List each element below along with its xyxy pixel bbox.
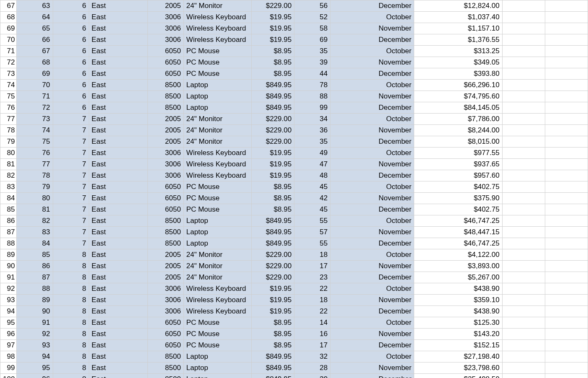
row-header[interactable]: 87 [0,227,17,238]
cell-price[interactable]: $19.95 [252,170,294,181]
cell-total[interactable]: $1,376.55 [414,34,502,46]
table-row[interactable]: 74706East8500Laptop$849.9578October$66,2… [0,80,588,91]
cell-empty[interactable] [545,261,588,272]
table-row[interactable]: 98948East8500Laptop$849.9532October$27,1… [0,351,588,362]
cell-qty[interactable]: 34 [294,114,330,125]
cell-id[interactable]: 83 [17,227,53,238]
cell-month[interactable]: November [330,362,414,374]
cell-month[interactable]: October [330,148,414,159]
cell-total[interactable]: $349.05 [414,57,502,68]
cell-rep[interactable]: 8 [53,362,89,374]
cell-region[interactable]: East [89,148,147,159]
cell-id[interactable]: 71 [17,91,53,102]
cell-empty[interactable] [502,295,545,306]
table-row[interactable]: 68646East3006Wireless Keyboard$19.9552Oc… [0,12,588,23]
cell-region[interactable]: East [89,46,147,57]
cell-empty[interactable] [545,170,588,181]
cell-empty[interactable] [545,272,588,283]
cell-code[interactable]: 6050 [147,68,183,80]
cell-code[interactable]: 8500 [147,102,183,114]
cell-code[interactable]: 3006 [147,170,183,181]
cell-rep[interactable]: 6 [53,102,89,114]
cell-price[interactable]: $229.00 [252,249,294,261]
cell-total[interactable]: $957.60 [414,170,502,181]
cell-empty[interactable] [545,306,588,317]
cell-id[interactable]: 82 [17,215,53,227]
cell-empty[interactable] [502,283,545,295]
cell-empty[interactable] [545,148,588,159]
cell-id[interactable]: 84 [17,238,53,249]
cell-product[interactable]: Laptop [183,91,251,102]
row-header[interactable]: 75 [0,91,17,102]
cell-empty[interactable] [502,114,545,125]
cell-code[interactable]: 3006 [147,295,183,306]
cell-id[interactable]: 87 [17,272,53,283]
cell-empty[interactable] [502,68,545,80]
cell-total[interactable]: $12,824.00 [414,0,502,12]
cell-empty[interactable] [502,102,545,114]
cell-region[interactable]: East [89,181,147,193]
cell-total[interactable]: $46,747.25 [414,238,502,249]
row-header[interactable]: 78 [0,125,17,136]
cell-product[interactable]: PC Mouse [183,329,251,340]
cell-price[interactable]: $19.95 [252,295,294,306]
row-header[interactable]: 72 [0,57,17,68]
cell-region[interactable]: East [89,317,147,329]
cell-code[interactable]: 6050 [147,46,183,57]
cell-product[interactable]: PC Mouse [183,68,251,80]
cell-id[interactable]: 72 [17,102,53,114]
cell-product[interactable]: 24" Monitor [183,0,251,12]
cell-rep[interactable]: 6 [53,46,89,57]
cell-empty[interactable] [545,80,588,91]
cell-code[interactable]: 6050 [147,204,183,215]
row-header[interactable]: 90 [0,261,17,272]
table-row[interactable]: 77737East200524" Monitor$229.0034October… [0,114,588,125]
cell-qty[interactable]: 18 [294,295,330,306]
table-row[interactable]: 90868East200524" Monitor$229.0017Novembe… [0,261,588,272]
row-header[interactable]: 99 [0,362,17,374]
cell-qty[interactable]: 17 [294,261,330,272]
cell-product[interactable]: PC Mouse [183,204,251,215]
cell-id[interactable]: 63 [17,0,53,12]
cell-total[interactable]: $125.30 [414,317,502,329]
cell-month[interactable]: December [330,68,414,80]
cell-qty[interactable]: 23 [294,272,330,283]
cell-region[interactable]: East [89,227,147,238]
cell-rep[interactable]: 8 [53,329,89,340]
cell-code[interactable]: 6050 [147,329,183,340]
cell-total[interactable]: $4,122.00 [414,249,502,261]
cell-rep[interactable]: 8 [53,306,89,317]
row-header[interactable]: 93 [0,295,17,306]
cell-code[interactable]: 3006 [147,23,183,34]
cell-id[interactable]: 85 [17,249,53,261]
cell-month[interactable]: November [330,57,414,68]
cell-empty[interactable] [502,80,545,91]
cell-region[interactable]: East [89,283,147,295]
cell-qty[interactable]: 48 [294,170,330,181]
cell-product[interactable]: PC Mouse [183,46,251,57]
cell-qty[interactable]: 58 [294,23,330,34]
cell-code[interactable]: 2005 [147,136,183,148]
cell-rep[interactable]: 7 [53,159,89,170]
cell-id[interactable]: 65 [17,23,53,34]
cell-qty[interactable]: 56 [294,0,330,12]
cell-price[interactable]: $19.95 [252,148,294,159]
table-row[interactable]: 96928East6050PC Mouse$8.9516November$143… [0,329,588,340]
cell-id[interactable]: 64 [17,12,53,23]
cell-code[interactable]: 3006 [147,34,183,46]
table-row[interactable]: 76726East8500Laptop$849.9599December$84,… [0,102,588,114]
cell-product[interactable]: Wireless Keyboard [183,23,251,34]
cell-region[interactable]: East [89,136,147,148]
cell-empty[interactable] [502,351,545,362]
table-row[interactable]: 81777East3006Wireless Keyboard$19.9547No… [0,159,588,170]
cell-id[interactable]: 88 [17,283,53,295]
row-header[interactable]: 80 [0,148,17,159]
cell-region[interactable]: East [89,306,147,317]
cell-empty[interactable] [502,159,545,170]
cell-region[interactable]: East [89,80,147,91]
row-header[interactable]: 100 [0,374,17,378]
cell-qty[interactable]: 69 [294,34,330,46]
row-header[interactable]: 74 [0,80,17,91]
cell-month[interactable]: November [330,295,414,306]
cell-qty[interactable]: 30 [294,374,330,378]
